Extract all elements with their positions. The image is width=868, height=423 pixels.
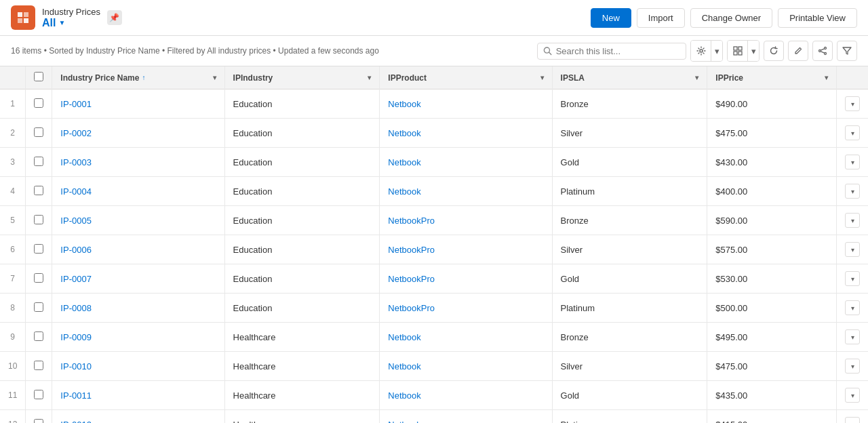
row-checkbox[interactable] bbox=[34, 157, 43, 166]
row-number: 3 bbox=[0, 148, 26, 177]
search-input[interactable] bbox=[556, 46, 680, 56]
row-product-link[interactable]: Netbook bbox=[388, 186, 420, 197]
row-checkbox[interactable] bbox=[34, 302, 43, 312]
col-header-industry[interactable]: IPIndustry ▾ bbox=[224, 66, 380, 89]
svg-rect-3 bbox=[24, 18, 28, 23]
col-product-dropdown-icon[interactable]: ▾ bbox=[540, 74, 544, 81]
row-name-link[interactable]: IP-0007 bbox=[60, 274, 92, 284]
row-name-link[interactable]: IP-0003 bbox=[60, 157, 92, 167]
row-product-link[interactable]: NetbookPro bbox=[388, 303, 435, 313]
settings-dropdown-arrow[interactable]: ▾ bbox=[711, 41, 722, 61]
row-name-link[interactable]: IP-0004 bbox=[60, 186, 92, 197]
row-name-link[interactable]: IP-0005 bbox=[60, 216, 92, 226]
row-checkbox[interactable] bbox=[34, 244, 43, 254]
row-action-button[interactable]: ▾ bbox=[845, 155, 860, 169]
row-industry-cell: Healthcare bbox=[224, 410, 380, 424]
row-product-link[interactable]: Netbook bbox=[388, 332, 420, 342]
row-number: 4 bbox=[0, 177, 26, 206]
row-product-link[interactable]: Netbook bbox=[388, 128, 420, 138]
row-action-button[interactable]: ▾ bbox=[845, 417, 860, 423]
new-button[interactable]: New bbox=[591, 8, 631, 28]
row-checkbox[interactable] bbox=[34, 186, 43, 195]
svg-rect-1 bbox=[24, 12, 28, 17]
row-name-link[interactable]: IP-0008 bbox=[60, 303, 92, 313]
row-checkbox-cell bbox=[26, 323, 52, 352]
view-dropdown-button[interactable]: ▾ bbox=[748, 41, 759, 61]
row-action-button[interactable]: ▾ bbox=[845, 329, 860, 344]
row-checkbox[interactable] bbox=[34, 361, 43, 370]
row-industry-cell: Education bbox=[224, 177, 380, 206]
row-name-link[interactable]: IP-0011 bbox=[60, 390, 92, 401]
header-left: Industry Prices All ▼ 📌 bbox=[11, 5, 122, 30]
import-button[interactable]: Import bbox=[637, 8, 685, 28]
row-name-link[interactable]: IP-0009 bbox=[60, 332, 92, 342]
row-action-button[interactable]: ▾ bbox=[845, 300, 860, 315]
row-checkbox[interactable] bbox=[34, 127, 43, 137]
row-action-button[interactable]: ▾ bbox=[845, 271, 860, 286]
row-product-link[interactable]: Netbook bbox=[388, 390, 420, 401]
app-icon bbox=[11, 5, 35, 30]
row-checkbox[interactable] bbox=[34, 419, 43, 424]
row-name-cell: IP-0008 bbox=[52, 294, 224, 323]
refresh-button[interactable] bbox=[764, 41, 784, 61]
col-sla-dropdown-icon[interactable]: ▾ bbox=[695, 74, 698, 81]
table-row: 4 IP-0004 Education Netbook Platinum $40… bbox=[0, 177, 868, 206]
row-action-button[interactable]: ▾ bbox=[845, 184, 860, 199]
row-action-button[interactable]: ▾ bbox=[845, 242, 860, 257]
col-header-product[interactable]: IPProduct ▾ bbox=[380, 66, 552, 89]
row-checkbox[interactable] bbox=[34, 390, 43, 399]
col-header-price[interactable]: IPPrice ▾ bbox=[707, 66, 837, 89]
row-product-cell: Netbook bbox=[380, 352, 552, 381]
row-number: 10 bbox=[0, 352, 26, 381]
row-checkbox[interactable] bbox=[34, 98, 43, 108]
settings-button[interactable] bbox=[691, 41, 711, 61]
row-checkbox[interactable] bbox=[34, 331, 43, 341]
row-action-button[interactable]: ▾ bbox=[845, 96, 860, 111]
row-name-link[interactable]: IP-0012 bbox=[60, 420, 92, 424]
printable-view-button[interactable]: Printable View bbox=[778, 8, 857, 28]
col-name-dropdown-icon[interactable]: ▾ bbox=[213, 74, 216, 81]
subheader: 16 items • Sorted by Industry Price Name… bbox=[0, 36, 868, 66]
col-header-name[interactable]: Industry Price Name ↑ ▾ bbox=[52, 66, 224, 89]
share-button[interactable] bbox=[812, 41, 833, 61]
row-name-cell: IP-0009 bbox=[52, 323, 224, 352]
row-price-cell: $590.00 bbox=[707, 206, 837, 235]
row-product-link[interactable]: NetbookPro bbox=[388, 216, 435, 226]
row-product-link[interactable]: Netbook bbox=[388, 420, 420, 424]
table-row: 11 IP-0011 Healthcare Netbook Gold $435.… bbox=[0, 381, 868, 410]
view-selector[interactable]: All ▼ bbox=[42, 17, 100, 29]
filter-button[interactable] bbox=[837, 41, 857, 61]
row-action-button[interactable]: ▾ bbox=[845, 125, 860, 140]
settings-btn-group: ▾ bbox=[690, 40, 723, 62]
col-industry-dropdown-icon[interactable]: ▾ bbox=[368, 74, 371, 81]
row-action-button[interactable]: ▾ bbox=[845, 388, 860, 403]
edit-columns-button[interactable] bbox=[788, 41, 808, 61]
row-checkbox-cell bbox=[26, 235, 52, 264]
view-label: All bbox=[42, 17, 56, 29]
col-header-sla[interactable]: IPSLA ▾ bbox=[552, 66, 707, 89]
row-checkbox[interactable] bbox=[34, 215, 43, 224]
select-all-checkbox[interactable] bbox=[34, 72, 43, 81]
row-name-cell: IP-0012 bbox=[52, 410, 224, 424]
row-product-link[interactable]: Netbook bbox=[388, 157, 420, 167]
row-name-link[interactable]: IP-0001 bbox=[60, 99, 92, 109]
row-product-link[interactable]: NetbookPro bbox=[388, 274, 435, 284]
row-price-cell: $575.00 bbox=[707, 235, 837, 264]
row-product-link[interactable]: Netbook bbox=[388, 99, 420, 109]
pin-button[interactable]: 📌 bbox=[107, 10, 122, 25]
row-name-link[interactable]: IP-0010 bbox=[60, 361, 92, 371]
search-box[interactable] bbox=[537, 43, 686, 60]
row-checkbox-cell bbox=[26, 264, 52, 294]
row-checkbox[interactable] bbox=[34, 273, 43, 283]
col-price-dropdown-icon[interactable]: ▾ bbox=[825, 74, 828, 81]
row-action-button[interactable]: ▾ bbox=[845, 359, 860, 374]
row-name-link[interactable]: IP-0006 bbox=[60, 245, 92, 255]
row-name-link[interactable]: IP-0002 bbox=[60, 128, 92, 138]
row-checkbox-cell bbox=[26, 294, 52, 323]
row-product-cell: Netbook bbox=[380, 177, 552, 206]
table-view-button[interactable] bbox=[728, 41, 748, 61]
row-product-link[interactable]: Netbook bbox=[388, 361, 420, 371]
change-owner-button[interactable]: Change Owner bbox=[690, 8, 772, 28]
row-product-link[interactable]: NetbookPro bbox=[388, 245, 435, 255]
row-action-button[interactable]: ▾ bbox=[845, 213, 860, 228]
